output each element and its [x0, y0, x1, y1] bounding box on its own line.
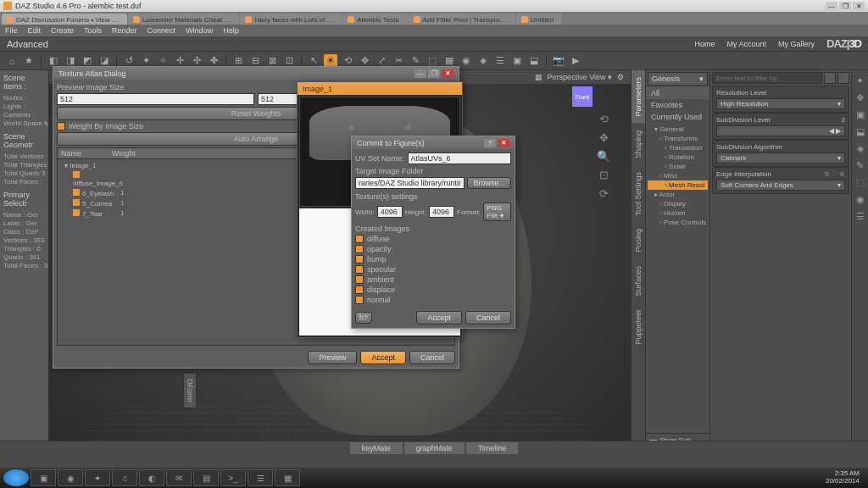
cancel-button[interactable]: Cancel — [465, 311, 511, 324]
document-tab[interactable]: Untitled — [516, 14, 562, 25]
param-tree-node[interactable]: ▫ Hidden — [648, 208, 708, 218]
tab-tool-settings[interactable]: Tool Settings — [632, 165, 645, 223]
activity-icon[interactable]: ◈ — [854, 143, 866, 155]
tex-width-input[interactable] — [377, 206, 403, 218]
menu-file[interactable]: File — [5, 26, 18, 35]
close-button[interactable]: ✕ — [853, 2, 865, 10]
activity-icon[interactable]: ⬚ — [854, 177, 866, 189]
dialog-minimize[interactable]: — — [415, 69, 426, 78]
tab-dform[interactable]: DForm — [183, 373, 197, 408]
camera-icon[interactable]: 📷 — [552, 54, 565, 68]
activity-icon[interactable]: ▣ — [854, 109, 866, 121]
tab-keymate[interactable]: keyMate — [350, 442, 403, 454]
tool-icon[interactable]: ◈ — [476, 54, 490, 68]
taskbar-app[interactable]: ◉ — [58, 469, 83, 486]
search-input[interactable] — [712, 72, 822, 84]
format-dropdown[interactable]: PNG File ▾ — [483, 202, 511, 221]
workspace-label[interactable]: Advanced — [7, 39, 48, 49]
link-account[interactable]: My Account — [726, 40, 766, 48]
taskbar-app[interactable]: ▦ — [275, 469, 300, 486]
param-control[interactable]: Catmark▾ — [716, 152, 845, 164]
options-button[interactable] — [837, 72, 849, 84]
browse-button[interactable]: Browse... — [467, 177, 511, 189]
layer-checkbox[interactable] — [355, 255, 364, 263]
activity-icon[interactable]: ❖ — [854, 92, 866, 104]
param-tree-node[interactable]: ▫ Transforms — [648, 134, 708, 143]
category-favorites[interactable]: Favorites — [646, 99, 709, 111]
layer-checkbox[interactable] — [355, 235, 364, 243]
view-cube[interactable]: Front — [571, 86, 593, 108]
taskbar-app[interactable]: ▤ — [193, 469, 219, 486]
layer-checkbox[interactable] — [355, 245, 364, 253]
link-gallery[interactable]: My Gallery — [778, 40, 815, 48]
layer-checkbox[interactable] — [355, 275, 364, 284]
system-clock[interactable]: 2:35 AM 20/02/2014 — [826, 470, 865, 485]
search-button[interactable] — [824, 72, 836, 84]
activity-icon[interactable]: ⬓ — [854, 126, 866, 138]
param-tree-node[interactable]: ▫ Scale — [648, 162, 708, 171]
start-button[interactable] — [3, 469, 29, 486]
zoom-icon[interactable]: 🔍 — [597, 150, 610, 164]
tool-icon[interactable]: ⬓ — [527, 54, 541, 68]
weight-by-size-checkbox[interactable] — [57, 122, 65, 130]
tab-surfaces[interactable]: Surfaces — [632, 259, 645, 303]
tab-puppeteer[interactable]: Puppeteer — [632, 302, 645, 352]
taskbar-app[interactable]: >_ — [220, 469, 246, 486]
frame-icon[interactable]: ⊡ — [597, 169, 610, 182]
menu-help[interactable]: Help — [223, 26, 239, 35]
reset-icon[interactable]: ⟳ — [597, 187, 610, 201]
link-home[interactable]: Home — [694, 40, 715, 48]
preview-button[interactable]: Preview — [308, 351, 357, 364]
menu-connect[interactable]: Connect — [147, 26, 176, 35]
param-tree-node[interactable]: ▫ Display — [648, 199, 708, 208]
taskbar-app[interactable]: ✉ — [166, 469, 192, 486]
accept-button[interactable]: Accept — [360, 351, 406, 364]
cancel-button[interactable]: Cancel — [409, 351, 455, 364]
layer-checkbox[interactable] — [355, 286, 364, 294]
help-button[interactable]: h? — [355, 312, 372, 324]
home-icon[interactable]: ⌂ — [5, 54, 19, 68]
document-tab[interactable]: Luxrender Materials Cheat … — [128, 14, 240, 25]
taskbar-app[interactable]: ◐ — [139, 469, 164, 486]
dialog-close[interactable]: ✕ — [442, 69, 453, 78]
tex-height-input[interactable] — [429, 206, 454, 218]
dialog-close[interactable]: ✕ — [498, 139, 509, 147]
param-tree-node[interactable]: ▫ Misc — [648, 171, 708, 180]
activity-icon[interactable]: ✦ — [854, 75, 866, 87]
folder-input[interactable] — [355, 177, 465, 189]
figure-dropdown[interactable]: Genesis▾ — [648, 72, 708, 86]
activity-icon[interactable]: ☰ — [854, 211, 866, 223]
image-panel-title[interactable]: Image_1 — [298, 82, 462, 95]
taskbar-app[interactable]: ▣ — [31, 469, 56, 486]
document-tab[interactable]: Hairy faces with Lots of … — [240, 14, 342, 25]
tab-graphmate[interactable]: graphMate — [404, 442, 465, 454]
param-tree-node[interactable]: ▾ General — [648, 125, 708, 134]
layer-checkbox[interactable] — [355, 265, 364, 274]
orbit-icon[interactable]: ⟲ — [597, 113, 610, 126]
layer-checkbox[interactable] — [355, 296, 364, 304]
render-icon[interactable]: ▶ — [569, 54, 582, 68]
document-tab[interactable]: DAZ Discussion Forums • View … — [2, 14, 127, 25]
menu-create[interactable]: Create — [51, 26, 74, 35]
document-tab[interactable]: Add Filter Prod | Transpor… — [409, 14, 515, 25]
tool-icon[interactable]: ☰ — [493, 54, 507, 68]
param-control[interactable]: Soft Corners And Edges▾ — [716, 180, 845, 191]
dialog-maximize[interactable]: ❐ — [428, 69, 440, 78]
tab-posing[interactable]: Posing — [632, 222, 645, 259]
tab-shaping[interactable]: Shaping — [632, 124, 645, 165]
activity-icon[interactable]: ✎ — [854, 160, 866, 172]
param-control[interactable]: High Resolution▾ — [716, 98, 845, 109]
uv-name-input[interactable] — [408, 152, 511, 164]
taskbar-app[interactable]: ♫ — [112, 469, 137, 486]
pan-icon[interactable]: ✥ — [597, 131, 610, 145]
menu-render[interactable]: Render — [112, 26, 137, 35]
tab-timeline[interactable]: Timeline — [466, 442, 519, 454]
dialog-titlebar[interactable]: Commit to Figure(s) ?✕ — [352, 136, 515, 149]
viewport-options-icon[interactable]: ⚙ — [617, 73, 624, 81]
activity-icon[interactable]: ◉ — [854, 194, 866, 206]
dialog-help[interactable]: ? — [484, 139, 496, 147]
tool-icon[interactable]: ▣ — [510, 54, 524, 68]
tab-parameters[interactable]: Parameters — [632, 70, 645, 124]
menu-edit[interactable]: Edit — [28, 26, 42, 35]
menu-tools[interactable]: Tools — [84, 26, 102, 35]
